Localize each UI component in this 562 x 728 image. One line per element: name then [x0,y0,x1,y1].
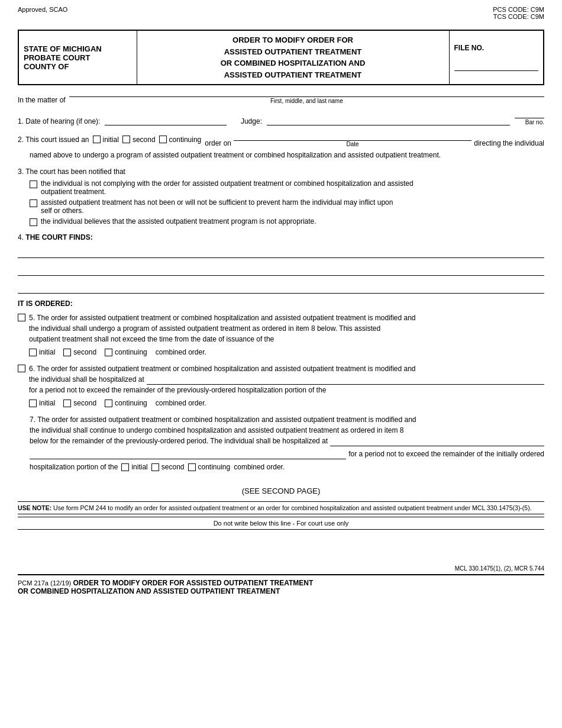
form-body: In the matter of First, middle, and last… [18,85,544,595]
initial-checkbox-group: initial [93,136,119,144]
item6-text3: for a period not to exceed the remainder… [29,386,326,394]
item5-text1: The order for assisted outpatient treatm… [37,314,415,322]
item6-second-cb[interactable] [63,400,71,407]
item5-initial-cb[interactable] [29,349,37,356]
item6-second-label: second [73,398,96,408]
finds-line-3[interactable] [18,279,544,294]
item3-cb1[interactable] [30,181,37,188]
initial-checkbox[interactable] [93,136,101,143]
item3-cb3[interactable] [30,218,37,226]
tcs-code: TCS CODE: C9M [493,13,544,20]
item7-hosp-row: below for the remainder of the previousl… [30,436,544,446]
item5-row: 5. The order for assisted outpatient tre… [18,313,544,357]
item7-hosp-label: hospitalization portion of the [30,462,118,472]
item6-second-group: second [63,398,96,408]
see-second-page: (SEE SECOND PAGE) [18,487,544,495]
item6-continuing-cb[interactable] [105,400,112,407]
second-checkbox[interactable] [122,136,130,143]
item7-second-cb[interactable] [151,463,159,471]
court-label: PROBATE COURT [24,53,132,62]
court-info: STATE OF MICHIGAN PROBATE COURT COUNTY O… [18,30,137,85]
item6-number: 6. [29,365,35,373]
item7-initial-label: initial [131,462,147,472]
item7-blank-row: for a period not to exceed the remainder… [30,449,544,459]
hearing-date-input[interactable] [105,116,227,125]
item5-second-label: second [73,347,96,357]
in-matter-label: In the matter of [18,96,66,104]
item7-block: 7. The order for assisted outpatient tre… [30,414,544,472]
do-not-write-separator [18,517,544,517]
item7-continuing-cb[interactable] [188,463,196,471]
item7-combined-label: combined order. [234,462,285,472]
item5-checkbox[interactable] [18,314,25,321]
footer-bottom: PCM 217a (12/19) ORDER TO MODIFY ORDER F… [18,574,544,595]
title-line2: ASSISTED OUTPATIENT TREATMENT [142,46,444,58]
barno-input[interactable] [515,109,544,118]
item5-second-cb[interactable] [63,349,71,356]
pcs-code: PCS CODE: C9M [493,6,544,13]
item7-initial-cb[interactable] [121,463,129,471]
item7-continuing-group: continuing [188,462,231,472]
judge-name-group [267,116,510,125]
item6-checkbox[interactable] [18,365,25,372]
item4-section: 4. THE COURT FINDS: [18,233,544,241]
footer-area: MCL 330.1475(1), (2), MCR 5.744 PCM 217a… [18,565,544,595]
continuing-label: continuing [169,136,202,144]
item5-text3: outpatient treatment shall not exceed th… [29,335,274,343]
footer-date: (12/19) [50,579,71,587]
finds-line-2[interactable] [18,262,544,276]
item6-hosp-input[interactable] [147,375,544,385]
date-sublabel: Date [234,141,471,147]
court-issued-row: 2. This court issued an initial second c… [18,131,544,147]
order-on-label: order on [205,139,231,147]
item7-second-group: second [151,462,185,472]
item7-blank-input[interactable] [30,450,346,459]
continuing-checkbox[interactable] [159,136,167,143]
footer-title2: OR COMBINED HOSPITALIZATION AND ASSISTED… [18,587,280,595]
item6-initial-cb[interactable] [29,400,37,407]
item5-continuing-group: continuing [105,347,147,357]
county-label: COUNTY OF [24,62,132,71]
item6-hosp-row: the individual shall be hospitalized at [29,374,544,385]
mcl-ref: MCL 330.1475(1), (2), MCR 5.744 [18,565,544,572]
order-date-input[interactable] [234,131,471,141]
name-input[interactable] [69,96,544,97]
item7-sub-row: hospitalization portion of the initial s… [30,462,544,472]
name-field-group: First, middle, and last name [69,96,544,104]
item3-header-text: 3. The court has been notified that [18,167,125,176]
item6-content: 6. The order for assisted outpatient tre… [29,363,544,408]
use-note: USE NOTE: Use form PCM 244 to modify an … [18,501,544,514]
item5-continuing-cb[interactable] [105,349,112,356]
judge-input[interactable] [267,116,510,125]
item7-hosp-input[interactable] [330,437,544,446]
item3-cb2[interactable] [30,199,37,207]
item5-second-group: second [63,347,96,357]
title-line4: ASSISTED OUTPATIENT TREATMENT [142,69,444,81]
initial-label: initial [103,136,119,144]
item3-sub1-row: the individual is not complying with the… [30,179,544,196]
item5-number: 5. [29,314,35,322]
issued-label: 2. This court issued an [18,136,89,144]
item2-body: named above to undergo a program of assi… [30,150,544,160]
item6-initial-label: initial [39,398,55,408]
item7-initial-group: initial [121,462,147,472]
item5-continuing-label: continuing [115,347,147,357]
item5-content: 5. The order for assisted outpatient tre… [29,313,544,357]
header-table: STATE OF MICHIGAN PROBATE COURT COUNTY O… [18,30,544,85]
item6-continuing-label: continuing [115,398,147,408]
in-matter-row: In the matter of First, middle, and last… [18,96,544,104]
item7-text1: The order for assisted outpatient treatm… [37,415,416,424]
item7-continuing-label: continuing [198,462,231,472]
second-label: second [133,136,156,144]
it-is-ordered: IT IS ORDERED: [18,299,544,308]
item6-continuing-group: continuing [105,398,147,408]
item6-text1: The order for assisted outpatient treatm… [37,365,415,373]
file-no-input[interactable] [454,62,539,71]
item7-text3: below for the remainder of the previousl… [30,436,328,446]
item7-number: 7. [30,415,35,424]
continuing-checkbox-group: continuing [159,136,202,144]
hearing-label: 1. Date of hearing (if one): [18,117,100,125]
finds-line-1[interactable] [18,244,544,258]
item3-sub3-row: the individual believes that the assiste… [30,217,544,226]
finds-lines [18,244,544,294]
